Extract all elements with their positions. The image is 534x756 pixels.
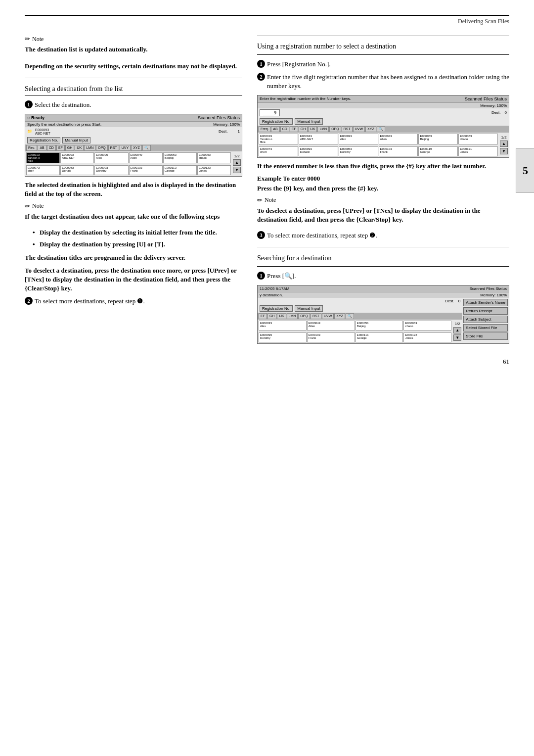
screen3-pagination: 1/2 ▲ ▼ — [452, 320, 462, 343]
step-r1-text: Press [Registration No.]. — [267, 60, 331, 69]
screen3-pg-up[interactable]: ▲ — [453, 327, 461, 333]
screen-cell[interactable]: E000313 Tandon o ffice — [26, 152, 60, 163]
example-box: Example To enter 0000 Press the {9} key,… — [257, 175, 509, 192]
screen3-main-area: Dest. 0 Registration No. Manual Input EF… — [258, 298, 462, 343]
screen-cell[interactable]: E000093 Dorothy — [94, 165, 128, 175]
screen1-pg-up[interactable]: ▲ — [233, 159, 241, 166]
screen-cell[interactable]: E000063 chaco — [458, 134, 498, 144]
screen2-main: E000019 Tandon o ffice E000043 ABC-NET E… — [258, 133, 499, 157]
bullet-display-1: Display the destination by selecting its… — [40, 229, 217, 236]
screen-cell[interactable]: E000113 George — [163, 165, 197, 175]
step-s1-text: Press [🔍]. — [267, 272, 296, 281]
step2-row: 2 To select more destinations, repeat st… — [25, 297, 242, 306]
deselect-text: To deselect a destination, press the des… — [25, 266, 242, 293]
screen-cell[interactable]: E000122 Jones — [403, 332, 451, 342]
note-text-1: The destination list is updated automati… — [25, 45, 242, 54]
note2-text: If the target destination does not appea… — [25, 212, 242, 221]
right-column: Using a registration number to select a … — [257, 35, 509, 348]
screen3-tabs: EF GH IJK LMN OPQ RST UVW XYZ 🔍 — [258, 313, 462, 320]
screen-cell[interactable]: E000111 George — [356, 332, 403, 342]
screen3-reg-btn[interactable]: Registration No. — [260, 305, 293, 312]
screen-cell[interactable]: E000099 Dorothy — [259, 332, 307, 342]
screen-cell[interactable]: E000040 Allen — [129, 152, 163, 163]
screen1-pg-down[interactable]: ▼ — [233, 167, 241, 173]
screen3-return-receipt[interactable]: Return Receipt — [463, 307, 508, 315]
left-column: Note The destination list is updated aut… — [25, 35, 242, 348]
bullet-item-2: Display the destination by pressing [U] … — [33, 240, 242, 249]
section2-heading: Using a registration number to select a … — [257, 43, 509, 50]
screen-cell[interactable]: E000119 George — [418, 146, 458, 156]
screen-cell[interactable]: E000051 Beijing — [356, 321, 403, 331]
screen-cell[interactable]: E000103 Frank — [307, 332, 355, 342]
screen-cell[interactable]: E000053 Beijing — [163, 152, 197, 163]
screen1-manual-btn[interactable]: Manual Input — [62, 137, 90, 143]
step-r2-num: 2 — [257, 73, 265, 81]
screen-cell[interactable]: E000053 Beijing — [418, 134, 458, 144]
screen3-grid-wrapper: E000033 Alex E000043 Allen E000051 Beiji… — [258, 320, 462, 343]
folder-icon: 📁 — [27, 129, 32, 134]
header-title: Delivering Scan Files — [458, 18, 509, 25]
screen-cell[interactable]: E000103 Frank — [379, 146, 418, 156]
step2-num: 2 — [25, 297, 33, 305]
screen-cell[interactable]: E000043 ABC-NET — [299, 134, 338, 144]
screen-cell[interactable]: E000123 Jones — [197, 165, 231, 175]
screen3-attach-sender[interactable]: Attach Sender's Name — [463, 299, 508, 306]
screen-cell[interactable]: E000083 Donald — [60, 165, 94, 175]
screen2-header: Enter the registration number with the N… — [258, 95, 509, 103]
screen-cell[interactable]: E000035 Alex — [94, 152, 128, 163]
screen3-grid-row1: E000033 Alex E000043 Allen E000051 Beiji… — [258, 320, 452, 331]
screen-cell[interactable]: E000063 chaco — [197, 152, 231, 163]
screen1-status: Specify the next destination or press St… — [25, 122, 242, 127]
screen-cell[interactable]: E000043 Allen — [307, 321, 355, 331]
screen3-manual-btn[interactable]: Manual Input — [295, 305, 322, 312]
screen-cell[interactable]: E000131 Jones — [458, 146, 498, 156]
note-icon-r1: Note — [257, 196, 509, 204]
step-r1-row: 1 Press [Registration No.]. — [257, 60, 509, 69]
screen1-grid-row2: E000073 cherl E000083 Donald E000093 Dor… — [25, 164, 232, 176]
screen2-dest-row: ____9 Dest. 0 — [258, 108, 509, 117]
screen-cell[interactable]: E000093 ABC-NET — [60, 152, 94, 163]
screen2-status: Enter the registration number with the N… — [260, 96, 351, 101]
screen3-status-bar: y destination. Memory: 100% — [258, 292, 509, 298]
screen2-title: Scanned Files Status — [465, 96, 507, 101]
screen3-store-file[interactable]: Store File — [463, 332, 508, 340]
screen3-dest-row: Dest. 0 — [258, 298, 462, 304]
step-r3-text: To select more destinations, repeat step… — [267, 231, 377, 240]
screen1-grid-wrapper: E000313 Tandon o ffice E000093 ABC-NET E… — [25, 151, 242, 176]
screen3-select-stored[interactable]: Select Stored File — [463, 324, 508, 331]
screen1-header: ○ Ready Scanned Files Status — [25, 114, 242, 122]
screen2-reg-btn[interactable]: Registration No. — [260, 118, 293, 125]
screen-cell[interactable]: E000093 Donald — [299, 146, 338, 156]
bold-r1-text: If the entered number is less than five … — [257, 162, 509, 171]
screen1-pagination: 1/2 ▲ ▼ — [232, 151, 242, 176]
screen2: Enter the registration number with the N… — [257, 95, 509, 158]
page-number: 61 — [25, 358, 509, 366]
screen-cell[interactable]: E000103 Frank — [129, 165, 163, 175]
screen2-manual-btn[interactable]: Manual Input — [295, 118, 322, 125]
step-r3-row: 3 To select more destinations, repeat st… — [257, 231, 509, 240]
bold-r2-text: Press the {9} key, and then press the {#… — [257, 185, 509, 192]
step-s1-num: 1 — [257, 272, 265, 280]
screen3-header-right: Scanned Files Status — [469, 286, 507, 291]
screen-cell[interactable]: E000063 chaco — [403, 321, 451, 331]
screen-cell[interactable]: E000043 Allen — [379, 134, 418, 144]
screen-cell[interactable]: E000019 Tandon o ffice — [259, 134, 298, 144]
screen2-pg-up[interactable]: ▲ — [500, 141, 508, 147]
screen2-grid-row2: E000073 cherl E000093 Donald E000053 Dor… — [258, 145, 499, 157]
step1-row: 1 Select the destination. — [25, 100, 242, 109]
screen3-grid-row2: E000099 Dorothy E000103 Frank E000111 Ge… — [258, 331, 452, 343]
screen-cell[interactable]: E000033 Alex — [259, 321, 307, 331]
screen3-attach-subject[interactable]: Attach Subject — [463, 316, 508, 323]
screen2-grid-wrapper: E000019 Tandon o ffice E000043 ABC-NET E… — [258, 133, 509, 157]
screen-cell[interactable]: E000073 cherl — [26, 165, 60, 175]
screen-cell[interactable]: E000033 Alex — [339, 134, 378, 144]
step-r2-row: 2 Enter the five digit registration numb… — [257, 73, 509, 91]
screen-cell[interactable]: E000073 cherl — [259, 146, 298, 156]
screen1-reg-btn[interactable]: Registration No. — [27, 137, 60, 143]
step-s1-row: 1 Press [🔍]. — [257, 272, 509, 281]
screen3-pg-down[interactable]: ▼ — [453, 334, 461, 341]
note-block-2: Note If the target destination does not … — [25, 202, 242, 221]
screen2-pg-down[interactable]: ▼ — [500, 148, 508, 154]
screen-cell[interactable]: E000053 Dorothy — [339, 146, 378, 156]
note-icon-1: Note — [25, 35, 242, 43]
